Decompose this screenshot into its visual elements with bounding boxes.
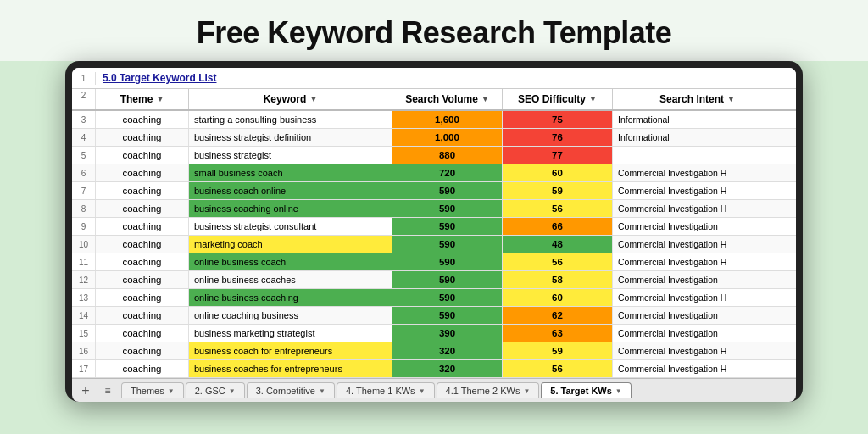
- filter-icon-diff: ▼: [589, 95, 597, 103]
- tab-arrow: ▼: [523, 387, 530, 395]
- cell-intent: Informational: [613, 129, 782, 146]
- row-num-12: 12: [72, 271, 96, 288]
- cell-theme: coaching: [96, 182, 189, 199]
- cell-diff: 60: [503, 164, 613, 181]
- row-num-9: 9: [72, 218, 96, 235]
- cell-intent: Commercial Investigation: [613, 325, 782, 342]
- tab-2.-gsc[interactable]: 2. GSC▼: [186, 382, 245, 398]
- table-row: 6 coaching small business coach 720 60 C…: [72, 164, 796, 182]
- cell-sv: 590: [392, 236, 503, 253]
- tab-4.-theme-1-kws[interactable]: 4. Theme 1 KWs▼: [337, 382, 435, 398]
- cell-keyword: business marketing strategist: [189, 325, 392, 342]
- cell-sv: 390: [392, 325, 503, 342]
- table-row: 3 coaching starting a consulting busines…: [72, 111, 796, 129]
- cell-keyword: business strategist: [189, 147, 392, 164]
- cell-keyword: business strategist consultant: [189, 218, 392, 235]
- cell-intent: Commercial Investigation H: [613, 200, 782, 217]
- filter-icon-theme: ▼: [156, 95, 164, 103]
- row-num-16: 16: [72, 342, 96, 359]
- cell-sv: 320: [392, 342, 503, 359]
- cell-sv: 590: [392, 271, 503, 288]
- row-num-13: 13: [72, 289, 96, 306]
- cell-theme: coaching: [96, 342, 189, 359]
- table-row: 5 coaching business strategist 880 77: [72, 147, 796, 164]
- cell-sv: 590: [392, 307, 503, 324]
- table-row: 12 coaching online business coaches 590 …: [72, 271, 796, 289]
- cell-theme: coaching: [96, 200, 189, 217]
- row-num-10: 10: [72, 236, 96, 253]
- cell-diff: 48: [503, 236, 613, 253]
- cell-theme: coaching: [96, 129, 189, 146]
- cell-diff: 77: [503, 147, 613, 164]
- col-keyword-header: Keyword ▼: [189, 89, 392, 109]
- cell-intent: Commercial Investigation H: [613, 289, 782, 306]
- cell-diff: 66: [503, 218, 613, 235]
- row-num-4: 4: [72, 129, 96, 146]
- cell-diff: 56: [503, 360, 613, 377]
- cell-diff: 60: [503, 289, 613, 306]
- cell-intent: Commercial Investigation H: [613, 182, 782, 199]
- row-num-1: 1: [72, 72, 96, 85]
- cell-intent: Commercial Investigation H: [613, 360, 782, 377]
- cell-keyword: online business coach: [189, 253, 392, 270]
- tab-themes[interactable]: Themes▼: [121, 382, 184, 398]
- table-row: 16 coaching business coach for entrepren…: [72, 342, 796, 360]
- col-diff-header: SEO Difficulty ▼: [503, 89, 613, 109]
- cell-theme: coaching: [96, 253, 189, 270]
- cell-sv: 590: [392, 218, 503, 235]
- cell-theme: coaching: [96, 147, 189, 164]
- tab-3.-competitive[interactable]: 3. Competitive▼: [247, 382, 335, 398]
- cell-keyword: business coach for entrepreneurs: [189, 342, 392, 359]
- sheet-title-row: 1 5.0 Target Keyword List: [72, 68, 796, 89]
- table-row: 8 coaching business coaching online 590 …: [72, 200, 796, 218]
- cell-diff: 75: [503, 111, 613, 128]
- cell-sv: 590: [392, 182, 503, 199]
- cell-sv: 590: [392, 289, 503, 306]
- tab-5.-target-kws[interactable]: 5. Target KWs▼: [541, 382, 631, 398]
- cell-diff: 59: [503, 342, 613, 359]
- cell-keyword: online business coaching: [189, 289, 392, 306]
- row-num-6: 6: [72, 164, 96, 181]
- row-num-7: 7: [72, 182, 96, 199]
- cell-sv: 1,000: [392, 129, 503, 146]
- row-num-3: 3: [72, 111, 96, 128]
- cell-diff: 56: [503, 253, 613, 270]
- cell-keyword: online coaching business: [189, 307, 392, 324]
- cell-intent: Commercial Investigation: [613, 218, 782, 235]
- col-theme-header: Theme ▼: [96, 89, 189, 109]
- cell-intent: [613, 147, 782, 164]
- cell-intent: Commercial Investigation H: [613, 236, 782, 253]
- cell-diff: 63: [503, 325, 613, 342]
- cell-keyword: marketing coach: [189, 236, 392, 253]
- cell-intent: Commercial Investigation: [613, 271, 782, 288]
- cell-intent: Commercial Investigation H: [613, 253, 782, 270]
- cell-intent: Commercial Investigation H: [613, 342, 782, 359]
- cell-intent: Informational: [613, 111, 782, 128]
- cell-diff: 59: [503, 182, 613, 199]
- tab-list-icon[interactable]: ≡: [99, 381, 116, 400]
- filter-icon-sv: ▼: [481, 95, 489, 103]
- cell-diff: 56: [503, 200, 613, 217]
- cell-diff: 62: [503, 307, 613, 324]
- cell-keyword: small business coach: [189, 164, 392, 181]
- tab-arrow: ▼: [419, 387, 426, 395]
- tab-4.1-theme-2-kws[interactable]: 4.1 Theme 2 KWs▼: [437, 382, 540, 398]
- table-row: 7 coaching business coach online 590 59 …: [72, 182, 796, 200]
- cell-sv: 880: [392, 147, 503, 164]
- cell-theme: coaching: [96, 271, 189, 288]
- cell-theme: coaching: [96, 360, 189, 377]
- cell-theme: coaching: [96, 236, 189, 253]
- cell-keyword: starting a consulting business: [189, 111, 392, 128]
- tab-arrow: ▼: [615, 387, 622, 395]
- cell-theme: coaching: [96, 111, 189, 128]
- cell-theme: coaching: [96, 307, 189, 324]
- cell-sv: 320: [392, 360, 503, 377]
- row-num-17: 17: [72, 360, 96, 377]
- cell-sv: 590: [392, 200, 503, 217]
- tab-add-button[interactable]: +: [75, 381, 96, 400]
- row-num-11: 11: [72, 253, 96, 270]
- row-num-8: 8: [72, 200, 96, 217]
- cell-diff: 58: [503, 271, 613, 288]
- spreadsheet-inner: 1 5.0 Target Keyword List 2 Theme ▼ Keyw…: [72, 68, 796, 378]
- sheet-title: 5.0 Target Keyword List: [96, 70, 223, 86]
